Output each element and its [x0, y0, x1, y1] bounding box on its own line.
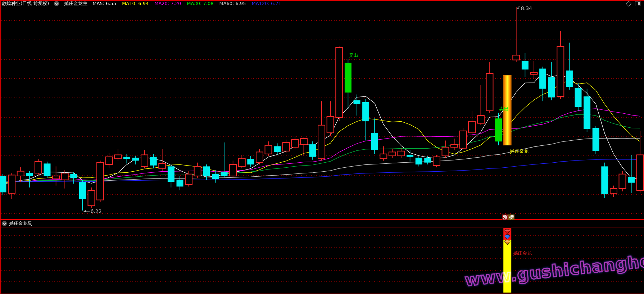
candle-up[interactable] — [398, 151, 405, 156]
chevron-down-circle-icon[interactable] — [54, 1, 59, 6]
candle-down[interactable] — [584, 96, 590, 129]
candle-up[interactable] — [380, 154, 387, 159]
candle-sell-signal[interactable] — [495, 118, 502, 141]
candle-down[interactable] — [79, 182, 86, 199]
ma-label: MA5: 6.55 — [92, 0, 116, 7]
candle-up[interactable] — [389, 152, 396, 156]
candle-up[interactable] — [460, 131, 467, 148]
ma-label: MA60: 6.95 — [219, 0, 246, 7]
candle-down[interactable] — [0, 176, 6, 192]
candle-down[interactable] — [70, 174, 77, 178]
candle-up[interactable] — [256, 152, 263, 162]
candle-down[interactable] — [168, 166, 174, 182]
candle-down[interactable] — [309, 144, 316, 157]
candle-up[interactable] — [265, 145, 272, 154]
stock-app-window: 敦煌种业(日线 前复权) 撼庄金龙主 MA5: 6.55MA10: 6.94MA… — [0, 0, 644, 294]
candle-up[interactable] — [291, 140, 298, 147]
candle-down[interactable] — [123, 157, 130, 159]
sell-signal-label: 卖出 — [349, 53, 358, 58]
candle-up[interactable] — [300, 139, 307, 144]
candle-up[interactable] — [637, 155, 644, 190]
candle-up[interactable] — [159, 163, 165, 168]
candle-up[interactable] — [477, 116, 484, 123]
low-pointer-arrowhead — [83, 210, 86, 212]
limit-up-char-1: 涨 — [502, 214, 508, 220]
candle-down[interactable] — [566, 71, 573, 87]
candle-up[interactable] — [433, 157, 440, 166]
candle-up[interactable] — [185, 174, 192, 185]
candle-up[interactable] — [557, 46, 564, 96]
candle-up[interactable] — [8, 175, 15, 193]
candle-up[interactable] — [283, 143, 290, 151]
candle-down[interactable] — [247, 159, 254, 164]
candle-down[interactable] — [601, 166, 608, 194]
candle-down[interactable] — [203, 166, 210, 176]
candle-up[interactable] — [239, 159, 245, 166]
main-chart[interactable]: 卖出卖出撼庄金龙撼庄金龙8.346.22 — [0, 0, 644, 294]
candle-down[interactable] — [575, 88, 582, 107]
candle-up[interactable] — [53, 176, 59, 179]
candle-up[interactable] — [336, 48, 343, 118]
candle-down[interactable] — [354, 100, 360, 104]
sub-indicator-name[interactable]: 撼庄金龙副 — [9, 220, 32, 227]
candle-up[interactable] — [531, 72, 538, 74]
main-indicator-name[interactable]: 撼庄金龙主 — [64, 0, 87, 7]
candle-down[interactable] — [371, 133, 378, 150]
candle-down[interactable] — [212, 174, 219, 179]
candle-up[interactable] — [17, 171, 24, 176]
chevron-down-circle-icon[interactable] — [2, 221, 7, 226]
candle-up[interactable] — [230, 164, 236, 176]
ma-label: MA120: 6.71 — [252, 0, 281, 7]
candle-up[interactable] — [97, 163, 104, 200]
sub-panel-header: 撼庄金龙副 — [0, 220, 644, 227]
sell-signal-label: 卖出 — [499, 106, 509, 112]
candle-down[interactable] — [362, 102, 369, 121]
candle-up[interactable] — [88, 190, 95, 206]
candle-up[interactable] — [619, 174, 626, 189]
candle-down[interactable] — [416, 158, 422, 164]
candle-sell-signal[interactable] — [345, 63, 352, 93]
low-price-label: 6.22 — [90, 208, 101, 214]
limit-up-badge: 涨 榜 — [502, 214, 514, 220]
ma-label: MA10: 6.94 — [122, 0, 149, 7]
ma-label: MA30: 7.08 — [187, 0, 213, 7]
candle-down[interactable] — [424, 158, 431, 162]
candle-down[interactable] — [548, 77, 555, 98]
sub-signal-label: 撼庄金龙 — [513, 250, 532, 256]
candle-up[interactable] — [318, 125, 325, 159]
candle-down[interactable] — [628, 177, 635, 183]
candle-up[interactable] — [106, 157, 113, 164]
limit-up-char-2: 榜 — [508, 214, 514, 220]
candle-up[interactable] — [194, 166, 201, 176]
panel-layout-icon[interactable] — [635, 1, 640, 6]
candle-up[interactable] — [442, 147, 449, 156]
ma-legend: MA5: 6.55MA10: 6.94MA20: 7.20MA30: 7.08M… — [92, 0, 281, 7]
candle-down[interactable] — [539, 69, 546, 89]
candle-down[interactable] — [177, 180, 183, 187]
candle-down[interactable] — [274, 146, 281, 152]
candle-up[interactable] — [486, 73, 493, 111]
candle-up[interactable] — [327, 117, 334, 133]
candle-up[interactable] — [62, 173, 68, 180]
candle-down[interactable] — [221, 172, 228, 176]
candle-up[interactable] — [451, 144, 458, 147]
candle-down[interactable] — [150, 157, 157, 166]
candle-up[interactable] — [468, 121, 475, 133]
candle-down[interactable] — [44, 163, 51, 176]
candle-down[interactable] — [26, 173, 33, 176]
window-controls — [627, 1, 640, 6]
candle-up[interactable] — [610, 189, 617, 193]
main-signal-label: 撼庄金龙 — [510, 149, 529, 154]
candle-up[interactable] — [35, 162, 42, 173]
candle-down[interactable] — [593, 128, 599, 151]
candle-down[interactable] — [407, 155, 413, 157]
ma-label: MA20: 7.20 — [154, 0, 181, 7]
stock-title: 敦煌种业(日线 前复权) — [2, 0, 49, 7]
diamond-icon[interactable] — [626, 1, 632, 6]
main-panel-header: 敦煌种业(日线 前复权) 撼庄金龙主 MA5: 6.55MA10: 6.94MA… — [0, 0, 644, 7]
candle-up[interactable] — [513, 55, 520, 60]
candle-up[interactable] — [114, 155, 121, 159]
candle-up[interactable] — [141, 155, 148, 166]
candle-down[interactable] — [522, 61, 529, 69]
candle-down[interactable] — [132, 158, 139, 160]
